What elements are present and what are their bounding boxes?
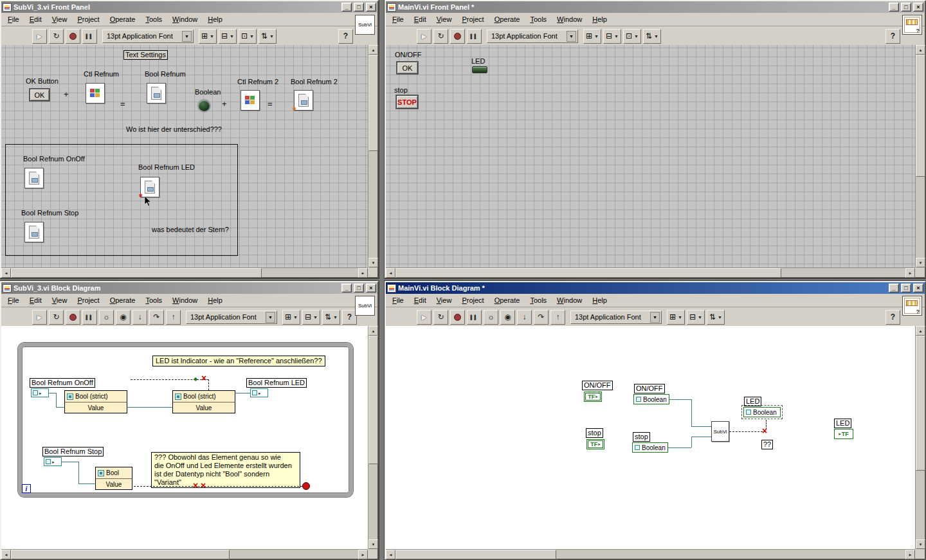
onoff-refnum-terminal[interactable]: ▸ <box>31 388 49 397</box>
abort-button[interactable] <box>66 29 80 44</box>
horizontal-scrollbar[interactable]: ◄ ► <box>1 267 368 277</box>
menu-view[interactable]: View <box>431 14 457 25</box>
step-out-button[interactable]: ↑ <box>550 310 565 325</box>
text-settings-label[interactable]: Text Settings <box>123 50 168 60</box>
menu-view[interactable]: View <box>47 14 73 25</box>
step-out-button[interactable]: ↑ <box>166 310 181 325</box>
menu-operate[interactable]: Operate <box>489 294 525 306</box>
menu-project[interactable]: Project <box>72 14 104 25</box>
minimize-button[interactable]: _ <box>341 284 352 293</box>
block-diagram-canvas[interactable]: ON/OFF TF ▸ ON/OFF Boolean stop TF ▸ sto… <box>386 326 915 549</box>
broken-wire-segment[interactable] <box>134 486 302 487</box>
menu-tools[interactable]: Tools <box>140 14 167 25</box>
scroll-up-button[interactable]: ▲ <box>368 45 378 55</box>
menu-tools[interactable]: Tools <box>525 294 552 306</box>
menu-edit[interactable]: Edit <box>24 294 47 306</box>
title-bar[interactable]: SubVi_3.vi Block Diagram _ □ × <box>1 282 377 294</box>
retain-wire-values-button[interactable]: ◉ <box>500 310 515 325</box>
run-button[interactable]: ► <box>32 29 47 44</box>
vi-corner-icon[interactable]: SubVi <box>355 296 375 316</box>
menu-project[interactable]: Project <box>72 294 104 306</box>
title-bar[interactable]: MainVi.vi Block Diagram * _ □ × <box>386 282 925 294</box>
vertical-scroll-thumb[interactable] <box>916 336 925 471</box>
menu-project[interactable]: Project <box>457 14 489 25</box>
scroll-up-button[interactable]: ▲ <box>368 326 378 336</box>
menu-file[interactable]: File <box>387 14 409 25</box>
menu-help[interactable]: Help <box>587 14 612 25</box>
scroll-left-button[interactable]: ◄ <box>386 550 395 559</box>
font-selector[interactable]: 13pt Application Font ▼ <box>186 311 277 324</box>
menu-project[interactable]: Project <box>457 294 489 306</box>
reorder-button[interactable]: ⇅▼ <box>707 310 725 325</box>
menu-window[interactable]: Window <box>552 294 587 306</box>
led-indicator[interactable] <box>472 66 487 73</box>
menu-operate[interactable]: Operate <box>105 294 141 306</box>
step-over-button[interactable]: ↷ <box>534 310 549 325</box>
scroll-down-button[interactable]: ▼ <box>368 258 378 267</box>
front-panel-canvas[interactable]: Text Settings OK Button OK + Ctl Refnum … <box>1 45 368 267</box>
close-button[interactable]: × <box>366 284 376 293</box>
variant-comment[interactable]: ??? Obowohl das Element genau so wie die… <box>151 452 300 488</box>
property-value-row[interactable]: Value <box>96 479 132 489</box>
horizontal-scroll-thumb[interactable] <box>11 268 262 278</box>
pause-button[interactable]: ▌▌ <box>82 310 97 325</box>
close-button[interactable]: × <box>366 3 376 12</box>
menu-edit[interactable]: Edit <box>409 14 431 25</box>
help-button[interactable]: ? <box>338 29 353 44</box>
menu-tools[interactable]: Tools <box>140 294 167 306</box>
align-objects-button[interactable]: ⊞▼ <box>199 29 217 44</box>
menu-view[interactable]: View <box>431 294 457 306</box>
vertical-scrollbar[interactable]: ▲ ▼ <box>915 326 925 549</box>
vertical-scroll-thumb[interactable] <box>368 55 378 151</box>
run-continuous-button[interactable]: ↻ <box>433 29 448 44</box>
maximize-button[interactable]: □ <box>354 3 364 12</box>
property-node-stop[interactable]: Bool Value <box>95 467 132 490</box>
pause-button[interactable]: ▌▌ <box>467 29 482 44</box>
title-bar[interactable]: MainVi.vi Front Panel * _ □ × <box>386 1 925 13</box>
vertical-scrollbar[interactable]: ▲ ▼ <box>915 45 925 267</box>
abort-button[interactable] <box>66 310 80 325</box>
block-diagram-canvas[interactable]: LED ist Indicator - wie an "Reference" a… <box>1 326 368 549</box>
scroll-right-button[interactable]: ► <box>905 550 915 559</box>
step-over-button[interactable]: ↷ <box>149 310 164 325</box>
menu-operate[interactable]: Operate <box>105 14 141 25</box>
horizontal-scroll-thumb[interactable] <box>395 550 556 559</box>
scroll-right-button[interactable]: ► <box>358 268 368 278</box>
bool-refnum-stop-control[interactable] <box>24 222 44 242</box>
menu-view[interactable]: View <box>47 294 73 306</box>
property-node-led[interactable]: Bool (strict) Value <box>172 390 235 413</box>
maximize-button[interactable]: □ <box>901 3 911 12</box>
horizontal-scrollbar[interactable]: ◄ ► <box>386 267 915 277</box>
menu-help[interactable]: Help <box>587 294 612 306</box>
menu-tools[interactable]: Tools <box>525 14 552 25</box>
minimize-button[interactable]: _ <box>889 3 899 12</box>
property-value-row[interactable]: Value <box>173 402 235 413</box>
bool-refnum-2-control[interactable]: * <box>294 90 313 111</box>
menu-window[interactable]: Window <box>552 14 587 25</box>
distribute-objects-button[interactable]: ⊟▼ <box>302 310 320 325</box>
align-objects-button[interactable]: ⊞▼ <box>667 310 685 325</box>
stop-terminal-dot[interactable] <box>302 482 310 490</box>
broken-wire-segment[interactable] <box>208 379 209 390</box>
menu-file[interactable]: File <box>3 294 24 306</box>
pause-button[interactable]: ▌▌ <box>467 310 482 325</box>
horizontal-scrollbar[interactable]: ◄ ► <box>1 549 368 559</box>
scroll-right-button[interactable]: ► <box>905 268 915 278</box>
minimize-button[interactable]: _ <box>341 3 352 12</box>
vi-corner-icon[interactable]: ? <box>902 296 922 316</box>
font-selector[interactable]: 13pt Application Font ▼ <box>102 30 194 43</box>
vertical-scrollbar[interactable]: ▲ ▼ <box>368 326 377 549</box>
scroll-left-button[interactable]: ◄ <box>1 268 11 278</box>
scroll-down-button[interactable]: ▼ <box>916 539 925 549</box>
onoff-tf-terminal[interactable]: TF ▸ <box>584 392 602 402</box>
scroll-right-button[interactable]: ► <box>358 550 368 559</box>
vertical-scroll-thumb[interactable] <box>916 55 925 177</box>
run-continuous-button[interactable]: ↻ <box>49 29 64 44</box>
maximize-button[interactable]: □ <box>354 284 364 293</box>
run-button[interactable]: ► <box>417 29 431 44</box>
horizontal-scrollbar[interactable]: ◄ ► <box>386 549 915 559</box>
subvi-node[interactable]: SubVi <box>711 421 729 442</box>
stop-refnum-terminal[interactable]: ▸ <box>44 457 62 466</box>
led-indicator-comment[interactable]: LED ist Indicator - wie an "Reference" a… <box>152 356 325 366</box>
minimize-button[interactable]: _ <box>889 284 899 293</box>
